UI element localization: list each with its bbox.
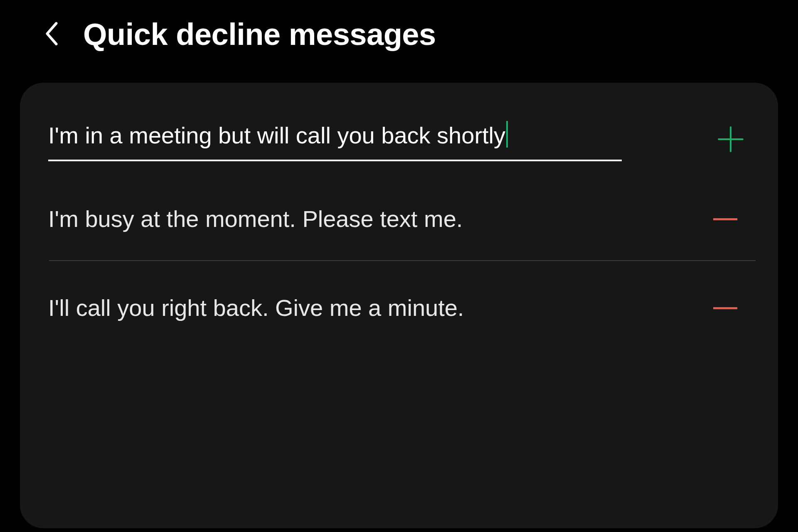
remove-message-button[interactable]: [713, 290, 748, 325]
message-row[interactable]: I'm busy at the moment. Please text me.: [48, 201, 755, 236]
chevron-left-icon: [43, 22, 62, 47]
new-message-text: I'm in a meeting but will call you back …: [48, 122, 505, 148]
text-cursor: [506, 121, 508, 148]
message-row[interactable]: I'll call you right back. Give me a minu…: [48, 290, 755, 325]
messages-panel: I'm in a meeting but will call you back …: [20, 83, 778, 528]
new-message-input[interactable]: I'm in a meeting but will call you back …: [48, 118, 622, 161]
new-message-row: I'm in a meeting but will call you back …: [48, 118, 755, 161]
remove-message-button[interactable]: [713, 201, 748, 236]
page-title: Quick decline messages: [83, 17, 436, 52]
minus-icon: [713, 218, 737, 222]
plus-icon: [717, 126, 744, 155]
message-text: I'll call you right back. Give me a minu…: [48, 291, 464, 325]
divider: [49, 260, 756, 261]
back-button[interactable]: [41, 23, 64, 46]
message-text: I'm busy at the moment. Please text me.: [48, 202, 463, 236]
minus-icon: [713, 307, 737, 311]
header: Quick decline messages: [0, 0, 798, 56]
add-message-button[interactable]: [713, 123, 748, 158]
